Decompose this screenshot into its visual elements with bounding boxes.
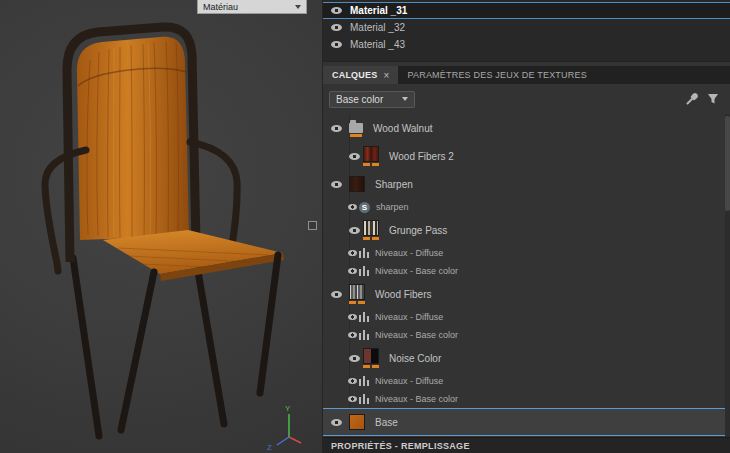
effect-row[interactable]: sharpen [323,198,730,216]
sharpen-filter-icon [359,202,370,213]
chevron-down-icon [402,97,408,101]
effect-label: Niveaux - Diffuse [375,312,443,322]
effect-label: Niveaux - Diffuse [375,376,443,386]
visibility-eye-icon[interactable] [348,332,357,338]
folder-icon [349,123,363,133]
layer-row[interactable]: Base [323,408,730,436]
effect-row[interactable]: Niveaux - Base color [323,326,730,344]
properties-header: PROPRIÉTÉS - REMPLISSAGE [323,437,730,453]
panel-tabbar: CALQUES × PARAMÈTRES DES JEUX DE TEXTURE… [323,66,730,84]
properties-header-label: PROPRIÉTÉS - REMPLISSAGE [331,441,470,451]
layer-label: Wood Fibers [375,289,432,300]
layer-thumbnail [349,119,363,137]
effect-row[interactable]: Niveaux - Base color [323,262,730,280]
layer-label: Sharpen [375,179,413,190]
layer-thumbnail [349,414,365,430]
layer-label: Base [375,417,398,428]
visibility-eye-icon[interactable] [349,355,360,362]
visibility-eye-icon[interactable] [331,125,342,132]
visibility-eye-icon[interactable] [348,204,357,210]
layer-label: Grunge Pass [389,225,447,236]
layer-row[interactable]: Wood Fibers [323,280,730,308]
effect-row[interactable]: Niveaux - Diffuse [323,372,730,390]
effect-row[interactable]: Niveaux - Diffuse [323,308,730,326]
levels-icon [359,266,369,276]
levels-icon [359,312,369,322]
viewport-material-dropdown[interactable]: Matériau [197,0,307,14]
axis-gizmo: Y Z [267,404,301,452]
right-panel: Material _31 Material _32 Material _43 C… [322,0,730,453]
material-item[interactable]: Material _31 [323,2,730,19]
visibility-eye-icon[interactable] [348,250,357,256]
material-item[interactable]: Material _32 [323,19,730,36]
material-item[interactable]: Material _43 [323,36,730,53]
visibility-eye-icon[interactable] [331,291,342,298]
tab-texture-set-params-label: PARAMÈTRES DES JEUX DE TEXTURES [407,70,586,80]
viewport-material-dropdown-label: Matériau [203,2,238,12]
levels-icon [359,376,369,386]
visibility-eye-icon[interactable] [331,181,342,188]
visibility-eye-icon[interactable] [331,419,342,426]
axis-z-label: Z [267,443,272,452]
chevron-down-icon [295,5,301,9]
axis-y-label: Y [285,404,291,413]
tab-texture-set-params[interactable]: PARAMÈTRES DES JEUX DE TEXTURES [398,66,595,84]
filter-icon[interactable] [707,93,719,105]
layer-thumbnail [349,284,365,304]
layer-label: Wood Fibers 2 [389,151,454,162]
effect-row[interactable]: Niveaux - Base color [323,390,730,408]
layer-thumbnail [363,146,379,166]
visibility-eye-icon[interactable] [348,378,357,384]
levels-icon [359,330,369,340]
tab-calques[interactable]: CALQUES × [323,66,398,84]
effect-label: Niveaux - Base color [375,266,458,276]
material-label: Material _43 [350,39,405,50]
layer-thumbnail [363,220,379,240]
tab-calques-label: CALQUES [332,70,377,80]
visibility-eye-icon[interactable] [349,153,360,160]
layer-row[interactable]: Sharpen [323,170,730,198]
visibility-eye-icon[interactable] [348,396,357,402]
visibility-eye-icon[interactable] [348,268,357,274]
wrench-icon[interactable] [686,93,698,105]
3d-viewport[interactable]: Y Z Matériau [0,0,322,453]
layer-row[interactable]: Wood Fibers 2 [323,142,730,170]
layers-toolbar: Base color [323,84,730,114]
visibility-eye-icon[interactable] [349,227,360,234]
effect-label: sharpen [376,202,409,212]
levels-icon [359,394,369,404]
material-label: Material _31 [350,5,407,16]
layer-label: Noise Color [389,353,441,364]
visibility-eye-icon[interactable] [348,314,357,320]
scrollbar[interactable] [725,114,730,437]
effect-label: Niveaux - Base color [375,394,458,404]
effect-row[interactable]: Niveaux - Diffuse [323,244,730,262]
layer-thumbnail [349,176,365,192]
close-icon[interactable]: × [383,70,389,81]
effect-label: Niveaux - Diffuse [375,248,443,258]
layer-thumbnail [363,348,379,368]
layer-row[interactable]: Wood Walnut [323,114,730,142]
visibility-eye-icon[interactable] [331,7,342,14]
layers-list: Wood Walnut Wood Fibers 2 Sharpen sharpe… [323,114,730,437]
materials-list: Material _31 Material _32 Material _43 [323,0,730,62]
layer-row[interactable]: Noise Color [323,344,730,372]
layer-label: Wood Walnut [373,123,432,134]
visibility-eye-icon[interactable] [331,24,342,31]
levels-icon [359,248,369,258]
effect-label: Niveaux - Base color [375,330,458,340]
material-label: Material _32 [350,22,405,33]
visibility-eye-icon[interactable] [331,41,342,48]
splitter-handle[interactable] [308,221,317,230]
scrollbar-thumb[interactable] [725,116,730,211]
layer-row[interactable]: Grunge Pass [323,216,730,244]
chair-model[interactable]: Y Z [0,0,322,453]
channel-dropdown-value: Base color [336,94,383,105]
channel-dropdown[interactable]: Base color [329,91,415,108]
